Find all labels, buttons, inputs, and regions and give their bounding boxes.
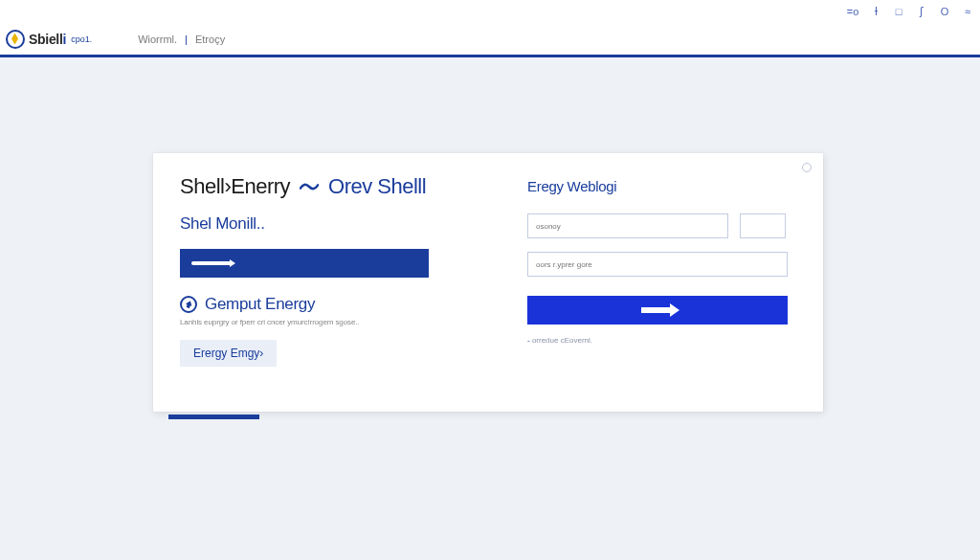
chrome-tool-4[interactable]: ʃ [915,5,928,18]
field-row-1 [527,213,787,252]
page-header: Sbielli сро1. Wiorrml. | Etroçy [0,23,980,57]
brand-name: Sbielli [29,32,66,47]
submit-arrow-icon [641,307,674,313]
chrome-tool-6[interactable]: ≈ [961,5,974,18]
header-nav: Wiorrml. | Etroçy [138,34,225,45]
nav-separator: | [185,34,188,45]
brand-logo-icon [6,30,25,49]
login-heading: Eregy Weblogi [527,178,787,194]
feature-title: Gemput Energy [205,295,315,314]
card-right-panel: Eregy Weblogi orredue cEovernl. [522,153,823,412]
arrow-icon [191,261,232,265]
browser-chrome: =o ƚ □ ʃ O ≈ [0,0,980,23]
wave-icon [300,179,319,194]
feature-row: Gemput Energy [180,295,495,314]
card-left-panel: Shell›Enerry Orev Shelll Shel Monill.. G… [153,153,522,412]
chrome-tool-3[interactable]: □ [892,5,905,18]
login-card: Shell›Enerry Orev Shelll Shel Monill.. G… [153,153,823,412]
card-title-right: Orev Shelll [328,174,426,199]
aux-field[interactable] [740,213,786,238]
card-title-left: Shell›Enerry [180,174,290,199]
feature-description: Lanhls euprgry or fperr cri cncer ymurc!… [180,318,495,326]
card-subtitle: Shel Monill.. [180,214,495,234]
brand-suffix: сро1. [71,34,92,44]
chrome-tool-1[interactable]: =o [846,5,859,18]
chrome-tool-2[interactable]: ƚ [869,5,882,18]
submit-button[interactable] [527,296,788,325]
chrome-tool-5[interactable]: O [938,5,951,18]
nav-link-1[interactable]: Wiorrml. [138,34,177,45]
energy-icon [180,296,197,313]
close-icon[interactable] [802,163,812,172]
helper-link[interactable]: orredue cEovernl. [527,336,787,345]
nav-link-2[interactable]: Etroçy [195,34,225,45]
energy-chip-button[interactable]: Erergy Emgy› [180,340,277,367]
accent-underline [168,414,259,419]
password-field[interactable] [527,252,788,277]
primary-bar-button[interactable] [180,249,429,278]
brand[interactable]: Sbielli сро1. [6,30,92,49]
card-title-row: Shell›Enerry Orev Shelll [180,174,495,199]
username-field[interactable] [527,213,728,238]
